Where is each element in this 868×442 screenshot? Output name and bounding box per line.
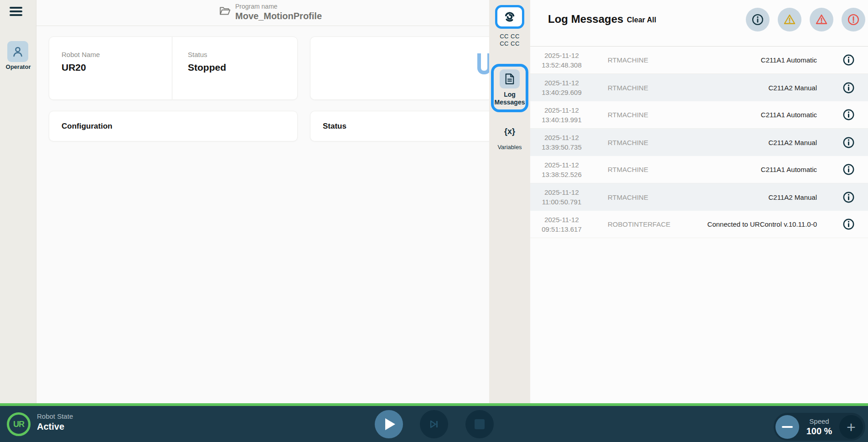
person-icon xyxy=(11,45,25,58)
program-name-value: Move_MotionProfile xyxy=(235,10,322,21)
log-source: RTMACHINE xyxy=(593,193,707,201)
right-tool-strip: CC CC CC CC Log Messages {x} Variables xyxy=(489,0,530,403)
swirl-icon xyxy=(503,10,516,23)
robot-state-value: Active xyxy=(37,421,64,432)
configuration-card[interactable]: Configuration xyxy=(49,111,298,141)
log-message: C211A1 Automatic xyxy=(707,56,829,64)
robot-status-label: Status xyxy=(188,51,226,58)
hamburger-menu-icon[interactable] xyxy=(10,7,22,17)
variables-label: Variables xyxy=(489,144,530,151)
error-circle-icon xyxy=(847,13,860,26)
robot-status-value: Stopped xyxy=(188,62,226,73)
log-source: RTMACHINE xyxy=(593,111,707,119)
program-name-header[interactable]: Program name Move_MotionProfile xyxy=(219,3,322,21)
speed-control: Speed 100 % + xyxy=(774,413,865,441)
filter-warning-button[interactable] xyxy=(778,8,801,31)
log-table: 2025-11-1213:52:48.308 RTMACHINE C211A1 … xyxy=(530,46,868,238)
toolstrip-item-variables[interactable]: {x} Variables xyxy=(489,127,530,151)
folder-icon xyxy=(219,5,231,16)
row-info-icon[interactable] xyxy=(842,54,855,66)
clear-all-button[interactable]: Clear All xyxy=(627,16,656,24)
log-message: C211A2 Manual xyxy=(707,139,829,146)
log-row[interactable]: 2025-11-1213:38:52.526 RTMACHINE C211A1 … xyxy=(530,156,868,183)
log-row[interactable]: 2025-11-1213:39:50.735 RTMACHINE C211A2 … xyxy=(530,129,868,156)
log-date: 2025-11-12 xyxy=(530,133,593,142)
left-sidebar: Operator xyxy=(0,0,36,403)
log-time: 13:40:19.991 xyxy=(530,115,593,125)
minus-icon xyxy=(782,426,793,428)
log-time: 13:40:29.609 xyxy=(530,88,593,97)
log-row[interactable]: 2025-11-1213:40:19.991 RTMACHINE C211A1 … xyxy=(530,101,868,129)
log-date: 2025-11-12 xyxy=(530,187,593,197)
row-info-icon[interactable] xyxy=(842,218,855,230)
log-row[interactable]: 2025-11-1213:40:29.609 RTMACHINE C211A2 … xyxy=(530,74,868,101)
robot-name-label: Robot Name xyxy=(62,51,172,58)
robot-name-value: UR20 xyxy=(62,62,172,73)
variables-icon: {x} xyxy=(489,127,530,136)
toolstrip-item-swirl[interactable] xyxy=(495,5,524,29)
row-info-icon[interactable] xyxy=(842,82,855,94)
log-messages-panel: Log Messages Clear All xyxy=(530,0,868,403)
skip-next-icon xyxy=(428,418,440,431)
robot-state-label: Robot State xyxy=(37,412,73,420)
log-date: 2025-11-12 xyxy=(530,51,593,60)
speed-increase-button[interactable]: + xyxy=(839,415,863,439)
speed-label: Speed xyxy=(799,417,839,426)
log-panel-title: Log Messages xyxy=(548,13,623,26)
filter-error-button[interactable] xyxy=(810,8,833,31)
stop-button[interactable] xyxy=(465,410,494,438)
log-time: 13:52:48.308 xyxy=(530,60,593,70)
log-time: 09:51:13.617 xyxy=(530,224,593,234)
log-message: C211A2 Manual xyxy=(707,84,829,92)
log-message: C211A1 Automatic xyxy=(707,111,829,119)
log-time: 11:00:50.791 xyxy=(530,197,593,207)
empty-card xyxy=(310,36,489,100)
log-message: C211A2 Manual xyxy=(707,193,829,201)
row-info-icon[interactable] xyxy=(842,191,855,203)
info-circle-icon xyxy=(751,13,764,26)
document-icon xyxy=(504,73,515,85)
log-source: RTMACHINE xyxy=(593,139,707,146)
configuration-card-title: Configuration xyxy=(49,122,112,131)
speed-value: 100 % xyxy=(799,426,839,437)
log-row[interactable]: 2025-11-1211:00:50.791 RTMACHINE C211A2 … xyxy=(530,183,868,211)
toolstrip-item-log-messages[interactable]: Log Messages xyxy=(491,64,528,112)
status-card-title: Status xyxy=(310,122,346,131)
log-source: RTMACHINE xyxy=(593,56,707,64)
warning-triangle-icon xyxy=(783,13,796,26)
stop-icon xyxy=(475,419,485,429)
log-source: RTMACHINE xyxy=(593,166,707,173)
log-row[interactable]: 2025-11-1213:52:48.308 RTMACHINE C211A1 … xyxy=(530,47,868,74)
log-date: 2025-11-12 xyxy=(530,160,593,170)
robot-info-card: Robot Name UR20 Status Stopped xyxy=(49,36,298,100)
log-date: 2025-11-12 xyxy=(530,78,593,88)
app-root: Operator Program name Move_MotionProfile… xyxy=(0,0,868,442)
log-messages-label-line2: Messages xyxy=(495,99,525,106)
footer-bar: UR Robot State Active Speed 100 % + xyxy=(0,406,868,442)
log-message: Connected to URControl v.10.11.0-0 xyxy=(707,220,829,228)
log-source: RTMACHINE xyxy=(593,84,707,92)
operator-label: Operator xyxy=(0,63,36,70)
log-filter-buttons xyxy=(746,8,865,31)
row-info-icon[interactable] xyxy=(842,136,855,149)
ur-logo: UR xyxy=(7,412,31,436)
play-button[interactable] xyxy=(375,410,403,438)
header-divider xyxy=(36,26,489,26)
log-time: 13:39:50.735 xyxy=(530,142,593,152)
filter-info-button[interactable] xyxy=(746,8,770,31)
row-info-icon[interactable] xyxy=(842,163,855,176)
warning-triangle-icon xyxy=(815,13,828,26)
log-message: C211A1 Automatic xyxy=(707,166,829,173)
log-messages-label-line1: Log xyxy=(495,91,525,99)
skip-next-button[interactable] xyxy=(420,410,448,438)
log-date: 2025-11-12 xyxy=(530,215,593,224)
cc-status-text: CC CC CC CC xyxy=(489,33,530,47)
log-row[interactable]: 2025-11-1209:51:13.617 ROBOTINTERFACE Co… xyxy=(530,211,868,238)
operator-avatar[interactable] xyxy=(7,41,28,62)
program-name-label: Program name xyxy=(235,3,322,10)
speed-decrease-button[interactable] xyxy=(775,415,799,439)
log-source: ROBOTINTERFACE xyxy=(593,220,707,228)
filter-critical-button[interactable] xyxy=(842,8,865,31)
row-info-icon[interactable] xyxy=(842,109,855,121)
status-card[interactable]: Status xyxy=(310,111,489,141)
